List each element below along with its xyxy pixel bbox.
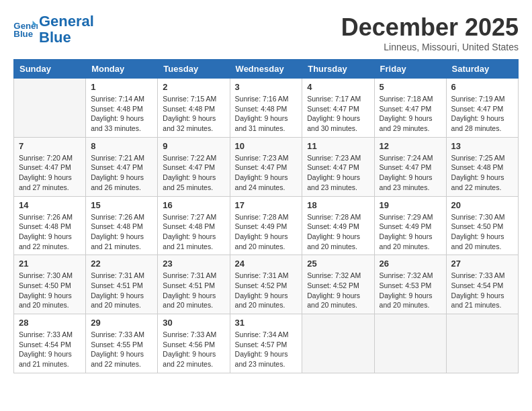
day-number: 1 — [91, 82, 152, 92]
calendar-cell: 30Sunrise: 7:33 AMSunset: 4:56 PMDayligh… — [158, 314, 230, 373]
calendar-cell: 6Sunrise: 7:19 AMSunset: 4:47 PMDaylight… — [446, 79, 518, 138]
month-title: December 2025 — [341, 13, 519, 42]
day-info: Sunrise: 7:29 AMSunset: 4:49 PMDaylight:… — [380, 212, 441, 252]
calendar-cell: 24Sunrise: 7:31 AMSunset: 4:52 PMDayligh… — [230, 255, 302, 314]
day-number: 30 — [163, 318, 224, 328]
calendar-week-row: 7Sunrise: 7:20 AMSunset: 4:47 PMDaylight… — [14, 137, 519, 196]
location-title: Linneus, Missouri, United States — [341, 42, 519, 52]
weekday-header: Saturday — [446, 60, 518, 79]
day-info: Sunrise: 7:16 AMSunset: 4:48 PMDaylight:… — [235, 94, 298, 134]
day-info: Sunrise: 7:24 AMSunset: 4:47 PMDaylight:… — [380, 153, 441, 193]
day-info: Sunrise: 7:20 AMSunset: 4:47 PMDaylight:… — [19, 153, 81, 193]
day-info: Sunrise: 7:30 AMSunset: 4:50 PMDaylight:… — [451, 212, 513, 252]
day-info: Sunrise: 7:26 AMSunset: 4:48 PMDaylight:… — [91, 212, 152, 252]
day-number: 10 — [235, 141, 298, 151]
day-info: Sunrise: 7:26 AMSunset: 4:48 PMDaylight:… — [19, 212, 81, 252]
svg-text:Blue: Blue — [13, 30, 33, 40]
calendar-cell: 9Sunrise: 7:22 AMSunset: 4:47 PMDaylight… — [158, 137, 230, 196]
calendar-cell: 12Sunrise: 7:24 AMSunset: 4:47 PMDayligh… — [374, 137, 446, 196]
calendar-cell: 5Sunrise: 7:18 AMSunset: 4:47 PMDaylight… — [374, 79, 446, 138]
day-number: 7 — [19, 141, 81, 151]
logo: General Blue GeneralBlue — [13, 13, 94, 46]
day-number: 18 — [307, 200, 369, 210]
day-number: 14 — [19, 200, 81, 210]
day-info: Sunrise: 7:32 AMSunset: 4:52 PMDaylight:… — [307, 271, 369, 310]
day-info: Sunrise: 7:33 AMSunset: 4:55 PMDaylight:… — [91, 330, 152, 369]
weekday-header: Sunday — [14, 60, 86, 79]
calendar-cell: 16Sunrise: 7:27 AMSunset: 4:48 PMDayligh… — [158, 196, 230, 255]
day-number: 9 — [163, 141, 224, 151]
calendar-cell — [446, 314, 518, 373]
day-info: Sunrise: 7:32 AMSunset: 4:53 PMDaylight:… — [380, 271, 441, 310]
day-number: 5 — [380, 82, 441, 92]
day-number: 26 — [380, 259, 441, 269]
weekday-header: Thursday — [302, 60, 374, 79]
day-info: Sunrise: 7:25 AMSunset: 4:48 PMDaylight:… — [451, 153, 513, 193]
day-info: Sunrise: 7:33 AMSunset: 4:54 PMDaylight:… — [19, 330, 81, 369]
day-info: Sunrise: 7:31 AMSunset: 4:52 PMDaylight:… — [235, 271, 298, 310]
day-info: Sunrise: 7:28 AMSunset: 4:49 PMDaylight:… — [307, 212, 369, 252]
calendar-cell: 31Sunrise: 7:34 AMSunset: 4:57 PMDayligh… — [230, 314, 302, 373]
calendar-week-row: 28Sunrise: 7:33 AMSunset: 4:54 PMDayligh… — [14, 314, 519, 373]
day-info: Sunrise: 7:33 AMSunset: 4:56 PMDaylight:… — [163, 330, 224, 369]
day-number: 23 — [163, 259, 224, 269]
day-number: 3 — [235, 82, 298, 92]
day-number: 4 — [307, 82, 369, 92]
day-number: 24 — [235, 259, 298, 269]
calendar-cell: 4Sunrise: 7:17 AMSunset: 4:47 PMDaylight… — [302, 79, 374, 138]
calendar-cell: 2Sunrise: 7:15 AMSunset: 4:48 PMDaylight… — [158, 79, 230, 138]
day-number: 6 — [451, 82, 513, 92]
day-number: 21 — [19, 259, 81, 269]
day-info: Sunrise: 7:17 AMSunset: 4:47 PMDaylight:… — [307, 94, 369, 134]
day-number: 2 — [163, 82, 224, 92]
day-number: 16 — [163, 200, 224, 210]
page-header: General Blue GeneralBlue December 2025 L… — [13, 13, 519, 52]
title-block: December 2025 Linneus, Missouri, United … — [341, 13, 519, 52]
day-number: 19 — [380, 200, 441, 210]
calendar-cell: 21Sunrise: 7:30 AMSunset: 4:50 PMDayligh… — [14, 255, 86, 314]
day-info: Sunrise: 7:30 AMSunset: 4:50 PMDaylight:… — [19, 271, 81, 310]
day-info: Sunrise: 7:23 AMSunset: 4:47 PMDaylight:… — [307, 153, 369, 193]
weekday-header: Tuesday — [158, 60, 230, 79]
calendar-cell: 13Sunrise: 7:25 AMSunset: 4:48 PMDayligh… — [446, 137, 518, 196]
day-number: 22 — [91, 259, 152, 269]
weekday-header: Friday — [374, 60, 446, 79]
calendar-cell: 11Sunrise: 7:23 AMSunset: 4:47 PMDayligh… — [302, 137, 374, 196]
day-info: Sunrise: 7:34 AMSunset: 4:57 PMDaylight:… — [235, 330, 298, 369]
day-info: Sunrise: 7:28 AMSunset: 4:49 PMDaylight:… — [235, 212, 298, 252]
day-info: Sunrise: 7:27 AMSunset: 4:48 PMDaylight:… — [163, 212, 224, 252]
day-info: Sunrise: 7:19 AMSunset: 4:47 PMDaylight:… — [451, 94, 513, 134]
calendar-cell: 8Sunrise: 7:21 AMSunset: 4:47 PMDaylight… — [86, 137, 158, 196]
calendar-cell: 22Sunrise: 7:31 AMSunset: 4:51 PMDayligh… — [86, 255, 158, 314]
day-info: Sunrise: 7:21 AMSunset: 4:47 PMDaylight:… — [91, 153, 152, 193]
calendar-cell: 29Sunrise: 7:33 AMSunset: 4:55 PMDayligh… — [86, 314, 158, 373]
day-info: Sunrise: 7:31 AMSunset: 4:51 PMDaylight:… — [163, 271, 224, 310]
day-info: Sunrise: 7:18 AMSunset: 4:47 PMDaylight:… — [380, 94, 441, 134]
calendar-cell — [302, 314, 374, 373]
calendar-week-row: 14Sunrise: 7:26 AMSunset: 4:48 PMDayligh… — [14, 196, 519, 255]
calendar-cell: 23Sunrise: 7:31 AMSunset: 4:51 PMDayligh… — [158, 255, 230, 314]
day-info: Sunrise: 7:15 AMSunset: 4:48 PMDaylight:… — [163, 94, 224, 134]
calendar-cell — [14, 79, 86, 138]
calendar-week-row: 21Sunrise: 7:30 AMSunset: 4:50 PMDayligh… — [14, 255, 519, 314]
day-info: Sunrise: 7:31 AMSunset: 4:51 PMDaylight:… — [91, 271, 152, 310]
day-info: Sunrise: 7:23 AMSunset: 4:47 PMDaylight:… — [235, 153, 298, 193]
day-number: 13 — [451, 141, 513, 151]
calendar-cell: 28Sunrise: 7:33 AMSunset: 4:54 PMDayligh… — [14, 314, 86, 373]
day-number: 27 — [451, 259, 513, 269]
calendar-cell: 10Sunrise: 7:23 AMSunset: 4:47 PMDayligh… — [230, 137, 302, 196]
logo-icon: General Blue — [13, 19, 38, 40]
day-info: Sunrise: 7:33 AMSunset: 4:54 PMDaylight:… — [451, 271, 513, 310]
calendar-cell: 3Sunrise: 7:16 AMSunset: 4:48 PMDaylight… — [230, 79, 302, 138]
calendar-cell: 26Sunrise: 7:32 AMSunset: 4:53 PMDayligh… — [374, 255, 446, 314]
day-number: 20 — [451, 200, 513, 210]
calendar-cell: 19Sunrise: 7:29 AMSunset: 4:49 PMDayligh… — [374, 196, 446, 255]
day-number: 17 — [235, 200, 298, 210]
logo-text: GeneralBlue — [39, 13, 94, 46]
weekday-header: Monday — [86, 60, 158, 79]
weekday-header: Wednesday — [230, 60, 302, 79]
day-number: 28 — [19, 318, 81, 328]
day-number: 15 — [91, 200, 152, 210]
day-number: 8 — [91, 141, 152, 151]
calendar-table: SundayMondayTuesdayWednesdayThursdayFrid… — [13, 59, 519, 373]
